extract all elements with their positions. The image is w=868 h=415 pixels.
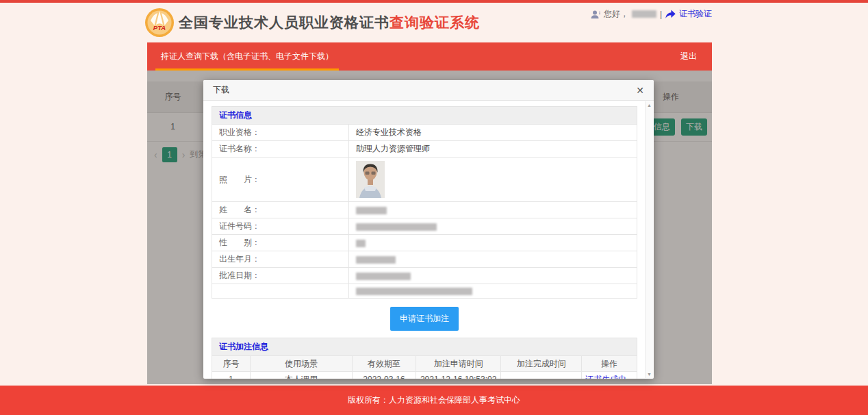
content-area: 序号 操作 1 证书信息 下载	[147, 71, 712, 384]
field-label: 证件号码：	[212, 218, 349, 235]
field-label: 出生年月：	[212, 251, 349, 268]
cert-verify-link[interactable]: 证书验证	[679, 8, 712, 20]
page-title: 全国专业技术人员职业资格证书查询验证系统	[179, 13, 480, 32]
annotation-cell: 2021-12-16 10:53:02	[416, 372, 501, 379]
annotation-row: 1本人调用2022-03-162021-12-16 10:53:02证书生成中.…	[212, 372, 637, 379]
annotation-col-header: 操作	[582, 356, 637, 372]
divider: |	[660, 10, 662, 19]
modal-header: 下载 ✕	[203, 80, 654, 101]
field-label: 姓 名：	[212, 202, 349, 218]
field-label: 照 片：	[212, 158, 349, 202]
user-info-bar: 您好， | 证书验证	[591, 8, 712, 20]
cert-generating-link[interactable]: 证书生成中...	[585, 375, 633, 379]
close-icon[interactable]: ✕	[636, 85, 644, 96]
annotation-cell: 1	[212, 372, 251, 379]
portrait-photo	[356, 161, 385, 198]
annotation-table: 序号使用场景有效期至加注申请时间加注完成时间操作 1本人调用2022-03-16…	[212, 355, 637, 379]
title-main: 全国专业技术人员职业资格证书	[179, 14, 390, 30]
field-label	[212, 284, 349, 299]
greeting-text: 您好，	[604, 8, 628, 20]
field-label: 职业资格：	[212, 125, 349, 141]
field-value	[349, 251, 637, 268]
annotation-cell: 证书生成中...	[582, 372, 637, 379]
redacted-value	[356, 207, 387, 214]
cert-info-table: 职业资格：经济专业技术资格证书名称：助理人力资源管理师照 片： 姓 名：证件号码…	[212, 124, 637, 299]
annotation-cell	[501, 372, 582, 379]
redacted-username	[632, 10, 656, 18]
redacted-value	[356, 256, 396, 264]
field-value	[349, 284, 637, 299]
field-value	[349, 268, 637, 284]
cert-info-row: 职业资格：经济专业技术资格	[212, 125, 637, 141]
site-header: PTA 全国专业技术人员职业资格证书查询验证系统 您好， | 证书验证	[0, 3, 868, 42]
annotation-section-title: 证书加注信息	[212, 338, 637, 355]
cert-info-row: 性 别：	[212, 235, 637, 251]
annotation-cell: 2022-03-16	[352, 372, 416, 379]
scroll-down-icon[interactable]: ▼	[647, 372, 652, 377]
field-value: 经济专业技术资格	[349, 125, 637, 141]
share-arrow-icon	[665, 10, 676, 18]
apply-annotation-button[interactable]: 申请证书加注	[390, 307, 459, 331]
field-value	[349, 235, 637, 251]
annotation-col-header: 序号	[212, 356, 251, 372]
photo-cell	[349, 158, 637, 202]
nav-bar: 持证人查询下载（含电子证书、电子文件下载） 退出	[147, 42, 712, 71]
cert-info-row: 批准日期：	[212, 268, 637, 284]
cert-info-row: 姓 名：	[212, 202, 637, 218]
field-label: 证书名称：	[212, 141, 349, 158]
copyright-text: 版权所有：人力资源和社会保障部人事考试中心	[348, 394, 520, 406]
nav-tab-holder-download[interactable]: 持证人查询下载（含电子证书、电子文件下载）	[155, 42, 339, 71]
annotation-col-header: 加注完成时间	[501, 356, 582, 372]
modal-title: 下载	[213, 84, 229, 96]
svg-text:PTA: PTA	[153, 24, 166, 32]
field-value	[349, 202, 637, 218]
cert-info-section-title: 证书信息	[212, 106, 637, 124]
cert-info-row: 证件号码：	[212, 218, 637, 235]
pta-logo-icon: PTA	[144, 8, 175, 38]
redacted-value	[356, 223, 437, 231]
pta-logo: PTA	[144, 8, 175, 40]
user-icon	[591, 10, 600, 19]
page-footer: 版权所有：人力资源和社会保障部人事考试中心	[0, 386, 868, 415]
scroll-up-icon[interactable]: ▲	[647, 103, 652, 108]
logout-button[interactable]: 退出	[680, 51, 697, 62]
download-modal: 下载 ✕ 证书信息 职业资格：经济专业技术资格证书名称：助理人力资源管理师照 片…	[203, 80, 654, 379]
redacted-value	[356, 288, 472, 295]
field-value	[349, 218, 637, 235]
main-container: 持证人查询下载（含电子证书、电子文件下载） 退出 序号 操作 1	[147, 42, 712, 384]
field-value: 助理人力资源管理师	[349, 141, 637, 158]
annotation-col-header: 使用场景	[250, 356, 352, 372]
cert-info-row: 出生年月：	[212, 251, 637, 268]
annotation-col-header: 有效期至	[352, 356, 416, 372]
annotation-header-row: 序号使用场景有效期至加注申请时间加注完成时间操作	[212, 356, 637, 372]
annotation-cell: 本人调用	[250, 372, 352, 379]
field-label: 批准日期：	[212, 268, 349, 284]
redacted-value	[356, 240, 366, 247]
modal-scrollbar[interactable]: ▲ ▼	[645, 101, 653, 378]
modal-body: 证书信息 职业资格：经济专业技术资格证书名称：助理人力资源管理师照 片： 姓 名…	[203, 101, 654, 379]
cert-info-row: 照 片：	[212, 158, 637, 202]
field-label: 性 别：	[212, 235, 349, 251]
cert-info-row	[212, 284, 637, 299]
cert-info-row: 证书名称：助理人力资源管理师	[212, 141, 637, 158]
annotation-col-header: 加注申请时间	[416, 356, 501, 372]
redacted-value	[356, 273, 411, 280]
title-accent: 查询验证系统	[390, 14, 480, 30]
